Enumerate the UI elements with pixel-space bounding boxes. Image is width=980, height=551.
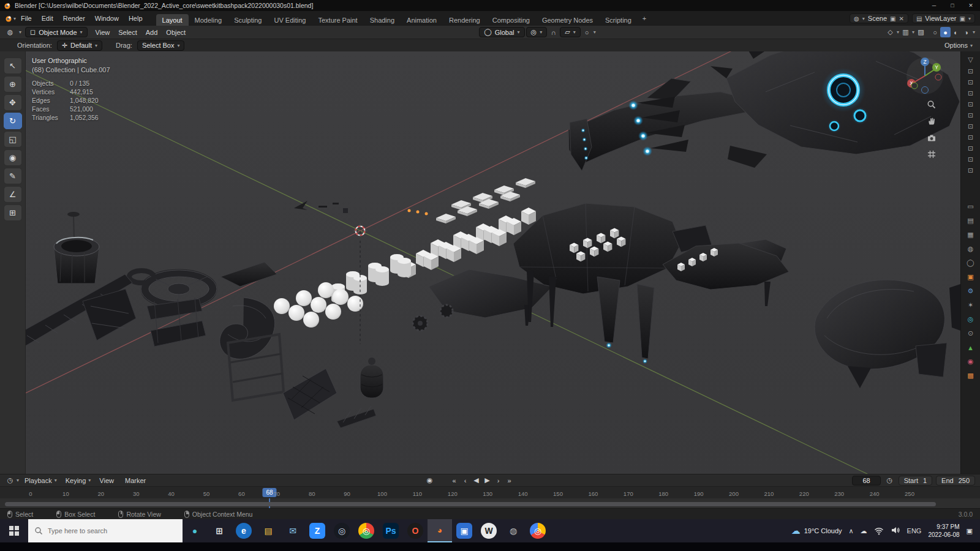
settings-icon[interactable]: ◍ bbox=[501, 519, 526, 542]
wifi-icon[interactable] bbox=[874, 526, 884, 536]
new-scene-icon[interactable]: ▣ bbox=[890, 15, 895, 22]
snap-settings-dropdown[interactable]: ▱ ▾ bbox=[560, 27, 580, 37]
tool-select-box[interactable]: ↖ bbox=[4, 58, 22, 74]
workspace-tab[interactable]: Texture Paint bbox=[312, 14, 363, 26]
scene-selector[interactable]: ◍ ▾ Scene ▣ ✕ bbox=[850, 13, 908, 23]
menu-item[interactable]: View bbox=[91, 29, 115, 36]
tab-scene-properties[interactable]: ◍ bbox=[965, 244, 977, 253]
outliner-object-icon[interactable]: ⊡ bbox=[965, 100, 977, 109]
outliner-object-icon[interactable]: ⊡ bbox=[965, 122, 977, 131]
tab-render-properties[interactable]: ▭ bbox=[965, 202, 977, 211]
shading-rendered[interactable]: ◑ bbox=[961, 27, 971, 37]
show-gizmo-icon[interactable]: ◇ bbox=[885, 27, 895, 37]
frame-end-field[interactable]: End250 bbox=[936, 476, 975, 485]
pan-hand-icon[interactable] bbox=[926, 116, 937, 127]
proportional-editing-icon[interactable]: ○ bbox=[582, 27, 592, 37]
outliner-object-icon[interactable]: ⊡ bbox=[965, 133, 977, 142]
shading-wireframe[interactable]: ○ bbox=[930, 27, 940, 37]
volume-icon[interactable] bbox=[891, 525, 900, 536]
workspace-tab[interactable]: Geometry Nodes bbox=[536, 14, 599, 26]
frame-start-field[interactable]: Start1 bbox=[899, 476, 932, 485]
zoom-icon[interactable] bbox=[926, 99, 937, 110]
workspace-tab[interactable]: Sculpting bbox=[228, 14, 268, 26]
chevron-down-icon[interactable]: ▾ bbox=[19, 29, 21, 35]
chevron-down-icon[interactable]: ▾ bbox=[973, 29, 975, 35]
orientation-setting-dropdown[interactable]: ✛ Default ▾ bbox=[57, 40, 102, 51]
tool-move[interactable]: ✥ bbox=[4, 94, 22, 111]
timeline-editor-icon[interactable]: ◷ bbox=[5, 475, 15, 485]
menu-item[interactable]: Add bbox=[141, 29, 162, 36]
chevron-down-icon[interactable]: ▾ bbox=[897, 29, 899, 35]
minimize-button[interactable]: ─ bbox=[925, 0, 943, 11]
workspace-tab[interactable]: Animation bbox=[401, 14, 443, 26]
shading-solid[interactable]: ● bbox=[940, 27, 951, 37]
workspace-tab[interactable]: Scripting bbox=[599, 14, 638, 26]
chevron-down-icon[interactable]: ▾ bbox=[594, 29, 596, 35]
clock-widget[interactable]: 9:37 PM 2022-06-08 bbox=[928, 523, 959, 539]
navigation-gizmo[interactable]: Z Y X bbox=[905, 56, 944, 96]
menu-item[interactable]: Render bbox=[58, 13, 90, 23]
tab-physics-properties[interactable]: ◎ bbox=[965, 315, 977, 324]
auto-keyframe-icon[interactable]: ◉ bbox=[425, 476, 434, 485]
tab-view-layer-properties[interactable]: ▦ bbox=[965, 230, 977, 239]
chrome-icon[interactable]: ◎ bbox=[354, 519, 379, 542]
timeline-ruler[interactable]: 68 0102030405060708090100110120130140150… bbox=[0, 486, 980, 498]
tab-output-properties[interactable]: ▤ bbox=[965, 216, 977, 225]
unlink-scene-icon[interactable]: ✕ bbox=[899, 15, 904, 22]
filter-icon[interactable]: ▽ bbox=[965, 55, 977, 64]
show-overlays-icon[interactable]: ▥ bbox=[900, 27, 911, 37]
tab-data-properties[interactable]: ▲ bbox=[965, 343, 977, 352]
outliner-object-icon[interactable]: ⊡ bbox=[965, 144, 977, 153]
menu-item[interactable]: Object bbox=[162, 29, 190, 36]
zoom-icon[interactable]: Z bbox=[305, 519, 330, 542]
tab-particle-properties[interactable]: ✶ bbox=[965, 301, 977, 310]
viewlayer-selector[interactable]: ▤ ViewLayer ▣ ▾ bbox=[912, 13, 975, 23]
tool-add-cube[interactable]: ⊞ bbox=[4, 204, 22, 221]
chrome-profile-icon[interactable]: ◎ bbox=[526, 519, 550, 542]
outliner-object-icon[interactable]: ⊡ bbox=[965, 78, 977, 87]
timeline-scrollbar[interactable] bbox=[5, 502, 936, 506]
play-button[interactable]: ▶ bbox=[483, 476, 492, 485]
play-reverse-button[interactable]: ◀ bbox=[472, 476, 481, 485]
tool-measure[interactable]: ∠ bbox=[4, 186, 22, 203]
tool-rotate[interactable]: ↻ bbox=[4, 113, 22, 129]
timeline-menu-item[interactable]: Marker bbox=[121, 477, 153, 484]
edge-icon[interactable]: e bbox=[232, 519, 256, 542]
steam-icon[interactable]: ◎ bbox=[330, 519, 354, 542]
next-keyframe-button[interactable]: › bbox=[494, 476, 503, 485]
photos-icon[interactable]: ▣ bbox=[452, 519, 477, 542]
chevron-down-icon[interactable]: ▾ bbox=[17, 478, 19, 483]
options-dropdown[interactable]: Options ▾ bbox=[944, 42, 973, 49]
menu-item[interactable]: Window bbox=[90, 13, 124, 23]
onedrive-icon[interactable]: ☁ bbox=[861, 527, 867, 535]
tool-scale[interactable]: ◱ bbox=[4, 131, 22, 148]
current-frame-field[interactable]: 68 bbox=[852, 476, 880, 485]
outliner-object-icon[interactable]: ⊡ bbox=[965, 166, 977, 175]
tab-world-properties[interactable]: ◯ bbox=[965, 258, 977, 268]
workspace-tab[interactable]: Layout bbox=[156, 14, 189, 26]
workspace-tab[interactable]: UV Editing bbox=[268, 14, 312, 26]
search-input[interactable]: Type here to search bbox=[28, 519, 183, 542]
start-button[interactable] bbox=[0, 519, 28, 542]
camera-view-icon[interactable] bbox=[926, 132, 937, 143]
outliner-object-icon[interactable]: ⊡ bbox=[965, 89, 977, 98]
tab-material-properties[interactable]: ◉ bbox=[965, 357, 977, 366]
mail-icon[interactable]: ✉ bbox=[281, 519, 305, 542]
tab-constraint-properties[interactable]: ⊙ bbox=[965, 329, 977, 338]
outliner-object-icon[interactable]: ⊡ bbox=[965, 111, 977, 120]
jump-to-end-button[interactable]: » bbox=[505, 476, 514, 485]
opera-icon[interactable]: O bbox=[403, 519, 428, 542]
task-view-icon[interactable]: ⊞ bbox=[207, 519, 232, 542]
outliner-object-icon[interactable]: ⊡ bbox=[965, 67, 977, 76]
timeline-menu-item[interactable]: Playback▾ bbox=[20, 477, 61, 484]
search-highlight-icon[interactable]: ● bbox=[183, 519, 207, 542]
menu-item[interactable]: Help bbox=[124, 13, 148, 23]
workspace-tab[interactable]: Rendering bbox=[443, 14, 486, 26]
blender-menu-icon[interactable] bbox=[5, 15, 13, 22]
toggle-grid-icon[interactable] bbox=[926, 149, 937, 160]
transform-orientation-dropdown[interactable]: ◯ Global ▾ bbox=[479, 27, 524, 37]
blender-icon[interactable]: ◕ bbox=[428, 519, 452, 542]
workspace-tab[interactable]: Compositing bbox=[486, 14, 536, 26]
w-app-icon[interactable]: W bbox=[477, 519, 501, 542]
tool-annotate[interactable]: ✎ bbox=[4, 168, 22, 184]
